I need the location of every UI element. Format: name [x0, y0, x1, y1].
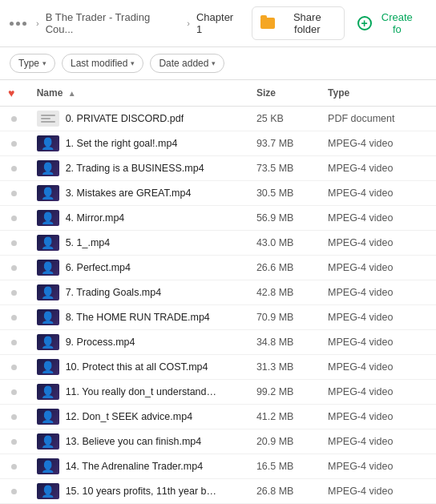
type-cell: MPEG-4 video	[320, 330, 436, 355]
folder-icon	[260, 18, 275, 29]
heart-cell[interactable]	[0, 405, 29, 429]
heart-cell[interactable]	[0, 355, 29, 380]
date-added-filter-button[interactable]: Date added ▾	[150, 54, 224, 73]
heart-cell[interactable]	[0, 429, 29, 454]
name-sort-icon: ▲	[68, 89, 76, 98]
video-person-icon: 👤	[41, 212, 54, 224]
size-cell: 70.9 MB	[248, 305, 320, 330]
table-row[interactable]: 👤8. The HOME RUN TRADE.mp470.9 MBMPEG-4 …	[0, 305, 436, 330]
file-name-text: 2. Trading is a BUSINESS.mp4	[66, 163, 204, 174]
table-row[interactable]: 👤7. Trading Goals.mp442.8 MBMPEG-4 video	[0, 280, 436, 305]
table-row[interactable]: 👤6. Perfect.mp426.6 MBMPEG-4 video	[0, 256, 436, 280]
table-row[interactable]: 👤4. Mirror.mp456.9 MBMPEG-4 video	[0, 206, 436, 231]
last-modified-chevron-icon: ▾	[131, 59, 135, 67]
nav-dot-3	[22, 22, 26, 26]
type-cell: MPEG-4 video	[320, 206, 436, 231]
table-row[interactable]: 👤10. Protect this at all COST.mp431.3 MB…	[0, 355, 436, 380]
name-cell[interactable]: 👤7. Trading Goals.mp4	[29, 280, 248, 305]
breadcrumb-parent[interactable]: B The Trader - Trading Cou...	[46, 11, 181, 35]
video-person-icon: 👤	[41, 411, 54, 422]
type-cell: PDF document	[320, 107, 436, 131]
share-folder-button[interactable]: Share folder	[252, 6, 345, 40]
table-row[interactable]: 👤13. Believe you can finish.mp420.9 MBMP…	[0, 429, 436, 454]
size-cell: 56.9 MB	[248, 206, 320, 231]
table-row[interactable]: 👤5. 1_.mp443.0 MBMPEG-4 video	[0, 231, 436, 256]
favorite-dot	[11, 116, 17, 122]
pdf-lines-icon	[38, 112, 58, 125]
name-cell[interactable]: 👤3. Mistakes are GREAT.mp4	[29, 181, 248, 206]
last-modified-filter-button[interactable]: Last modified ▾	[62, 54, 143, 73]
file-name-text: 1. Set the right goal!.mp4	[66, 138, 178, 149]
favorite-dot	[11, 191, 17, 196]
heart-cell[interactable]	[0, 206, 29, 231]
video-thumbnail: 👤	[37, 334, 59, 350]
heart-cell[interactable]	[0, 305, 29, 330]
size-cell: 20.9 MB	[248, 429, 320, 454]
table-row[interactable]: 👤3. Mistakes are GREAT.mp430.5 MBMPEG-4 …	[0, 181, 436, 206]
name-cell[interactable]: 0. PRIVATE DISCORD.pdf	[29, 107, 248, 131]
video-person-icon: 👤	[41, 386, 54, 397]
heart-cell[interactable]	[0, 256, 29, 280]
table-row[interactable]: 👤1. Set the right goal!.mp493.7 MBMPEG-4…	[0, 131, 436, 156]
heart-cell[interactable]	[0, 181, 29, 206]
date-added-chevron-icon: ▾	[212, 59, 216, 67]
name-cell[interactable]: 👤14. The Adrenaline Trader.mp4	[29, 454, 248, 479]
pdf-thumbnail	[37, 111, 59, 127]
video-person-icon: 👤	[41, 486, 54, 497]
table-row[interactable]: 👤14. The Adrenaline Trader.mp416.5 MBMPE…	[0, 454, 436, 479]
table-row[interactable]: 👤11. You really don_t understand Probabi…	[0, 380, 436, 405]
file-name-text: 9. Process.mp4	[66, 337, 135, 348]
table-row[interactable]: 0. PRIVATE DISCORD.pdf25 KBPDF document	[0, 107, 436, 131]
name-cell[interactable]: 👤11. You really don_t understand Probabi…	[29, 380, 248, 405]
create-folder-button[interactable]: + Create fo	[349, 7, 426, 39]
name-cell[interactable]: 👤15. 10 years profits, 11th year blow up…	[29, 479, 248, 504]
file-name-text: 5. 1_.mp4	[66, 237, 111, 248]
favorite-dot	[11, 240, 17, 246]
video-person-icon: 👤	[41, 187, 54, 199]
video-thumbnail: 👤	[37, 260, 59, 276]
table-row[interactable]: 👤15. 10 years profits, 11th year blow up…	[0, 479, 436, 504]
video-thumbnail: 👤	[37, 210, 59, 226]
type-filter-button[interactable]: Type ▾	[10, 54, 55, 73]
name-cell[interactable]: 👤8. The HOME RUN TRADE.mp4	[29, 305, 248, 330]
video-thumbnail: 👤	[37, 185, 59, 201]
col-header-name[interactable]: Name ▲	[29, 80, 248, 107]
table-row[interactable]: 👤2. Trading is a BUSINESS.mp473.5 MBMPEG…	[0, 156, 436, 181]
breadcrumb-arrow-1: ›	[36, 18, 39, 28]
file-name-text: 4. Mirror.mp4	[66, 212, 125, 224]
name-cell[interactable]: 👤13. Believe you can finish.mp4	[29, 429, 248, 454]
heart-cell[interactable]	[0, 380, 29, 405]
type-cell: MPEG-4 video	[320, 131, 436, 156]
video-person-icon: 👤	[41, 436, 54, 447]
table-row[interactable]: 👤12. Don_t SEEK advice.mp441.2 MBMPEG-4 …	[0, 405, 436, 429]
name-cell[interactable]: 👤9. Process.mp4	[29, 330, 248, 355]
name-cell[interactable]: 👤4. Mirror.mp4	[29, 206, 248, 231]
heart-cell[interactable]	[0, 479, 29, 504]
heart-cell[interactable]	[0, 156, 29, 181]
size-cell: 25 KB	[248, 107, 320, 131]
name-cell[interactable]: 👤1. Set the right goal!.mp4	[29, 131, 248, 156]
breadcrumb-current: Chapter 1	[196, 11, 242, 35]
type-cell: MPEG-4 video	[320, 156, 436, 181]
file-name-text: 6. Perfect.mp4	[66, 262, 131, 273]
name-cell[interactable]: 👤12. Don_t SEEK advice.mp4	[29, 405, 248, 429]
heart-cell[interactable]	[0, 330, 29, 355]
top-bar: › B The Trader - Trading Cou... › Chapte…	[0, 0, 436, 47]
type-cell: MPEG-4 video	[320, 380, 436, 405]
name-cell[interactable]: 👤6. Perfect.mp4	[29, 256, 248, 280]
table-row[interactable]: 👤9. Process.mp434.8 MBMPEG-4 video	[0, 330, 436, 355]
heart-cell[interactable]	[0, 454, 29, 479]
file-name-text: 10. Protect this at all COST.mp4	[66, 361, 208, 373]
name-cell[interactable]: 👤10. Protect this at all COST.mp4	[29, 355, 248, 380]
type-chevron-icon: ▾	[42, 59, 46, 67]
heart-cell[interactable]	[0, 107, 29, 131]
name-cell[interactable]: 👤5. 1_.mp4	[29, 231, 248, 256]
name-cell[interactable]: 👤2. Trading is a BUSINESS.mp4	[29, 156, 248, 181]
heart-cell[interactable]	[0, 280, 29, 305]
heart-icon: ♥	[8, 87, 14, 99]
heart-cell[interactable]	[0, 131, 29, 156]
video-thumbnail: 👤	[37, 135, 59, 151]
favorite-dot	[11, 365, 17, 370]
video-thumbnail: 👤	[37, 160, 59, 176]
heart-cell[interactable]	[0, 231, 29, 256]
